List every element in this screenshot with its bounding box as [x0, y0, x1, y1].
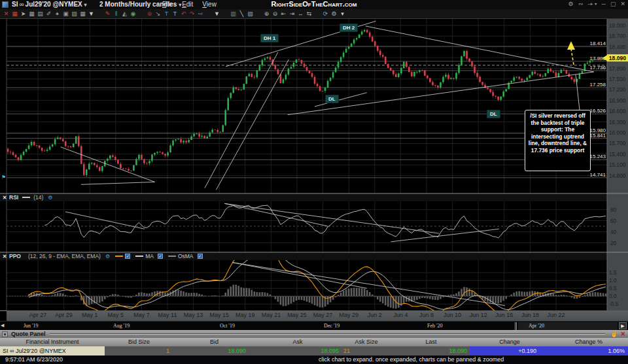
- legend-checkbox[interactable]: ✓: [198, 254, 203, 259]
- svg-text:18.414: 18.414: [590, 41, 606, 46]
- quote-col-bid-size[interactable]: Bid Size: [105, 338, 173, 346]
- alert-icon[interactable]: ☝: [610, 331, 618, 337]
- snap-grid-icon[interactable]: ▦: [10, 10, 19, 18]
- scroll-right-icon[interactable]: ▶: [619, 322, 627, 329]
- ppo-close-icon[interactable]: ✕: [0, 254, 9, 259]
- svg-text:15.243: 15.243: [590, 154, 606, 159]
- ppo-header: ✕ PPO (12, 26, 9 - EMA, EMA, EMA) ⚙ ✓MA✓…: [0, 252, 607, 260]
- legend-checkbox[interactable]: ✓: [125, 254, 130, 259]
- svg-text:⚑: ⚑: [1, 174, 6, 180]
- line-tool-icon[interactable]: ╲: [237, 10, 246, 18]
- quote-col-change[interactable]: Change: [470, 338, 550, 346]
- quote-col-financial-instrument[interactable]: Financial Instrument: [0, 338, 105, 346]
- chart-style-icon[interactable]: ‖: [112, 10, 120, 18]
- cursor-icon[interactable]: ➤: [19, 10, 27, 18]
- quote-panel-collapse-icon[interactable]: ▼: [2, 331, 8, 337]
- quote-last: 18.090: [392, 346, 470, 356]
- panels-icon[interactable]: ▦: [78, 10, 87, 18]
- image-icon[interactable]: ▨: [70, 10, 78, 18]
- rsi-line-swatch: [22, 197, 30, 198]
- compress-h-icon[interactable]: ⇆: [305, 10, 313, 18]
- menu-file[interactable]: File: [162, 1, 173, 8]
- refresh-icon[interactable]: ⟳: [321, 10, 330, 18]
- shift-right-icon[interactable]: ⇥: [288, 10, 296, 18]
- ppo-settings-icon[interactable]: ⚙: [105, 254, 110, 259]
- delete-drawing-icon[interactable]: ✕: [2, 10, 10, 18]
- annotation-pointer-icon[interactable]: ↘: [154, 10, 162, 18]
- quote-col-ask[interactable]: Ask: [255, 338, 340, 346]
- dl-label-3[interactable]: DL: [487, 110, 500, 118]
- ppo-param: (12, 26, 9 - EMA, EMA, EMA): [28, 253, 101, 259]
- svg-text:16.300: 16.300: [609, 119, 626, 125]
- date-tick: May 25: [287, 312, 307, 318]
- svg-text:18.090: 18.090: [609, 55, 627, 61]
- crosshair-icon[interactable]: ⊕: [145, 10, 154, 18]
- pin-icon[interactable]: -⌖ ▾: [587, 1, 597, 8]
- text-label-icon[interactable]: T: [171, 10, 179, 18]
- symbol-selector[interactable]: SI∞Jul29'20 @NYMEX ▾: [12, 1, 87, 8]
- dh-2-label-1[interactable]: DH 2: [340, 24, 358, 32]
- candles: [7, 29, 607, 177]
- draw-trendline-icon[interactable]: ✎: [103, 10, 112, 18]
- dl-label-2[interactable]: DL: [325, 95, 339, 103]
- annotation-callout[interactable]: /SI silver reversed off the backtest of …: [525, 110, 591, 171]
- timeline-scrollbar[interactable]: ◀ ▶ Jun '19Aug '19Oct '19Dec '19Feb '20A…: [0, 321, 628, 330]
- legend-checkbox[interactable]: ✓: [158, 254, 163, 259]
- panel-toggle-icon[interactable]: ▥: [229, 10, 237, 18]
- svg-text:15.100: 15.100: [609, 161, 626, 168]
- quote-col-change-%[interactable]: Change %: [550, 338, 628, 346]
- chart-region[interactable]: 19.00018.70018.40018.10017.80017.50017.2…: [0, 18, 628, 310]
- quote-col-last[interactable]: Last: [392, 338, 470, 346]
- stamp-icon[interactable]: ▤: [36, 10, 44, 18]
- menu-view[interactable]: View: [202, 1, 217, 8]
- rsi-header: ✕ RSI (14) ⚙: [0, 193, 607, 201]
- dropdown-icon-2[interactable]: ▼: [213, 10, 221, 18]
- svg-text:19.000: 19.000: [609, 22, 626, 29]
- wrench-icon[interactable]: ⚙: [330, 10, 338, 18]
- zoom-out-icon[interactable]: ⊖: [271, 10, 279, 18]
- quote-change: +0.190: [470, 346, 550, 356]
- grid-layout-icon[interactable]: ▦: [27, 10, 36, 18]
- svg-text:-0.5: -0.5: [609, 301, 619, 307]
- quote-row[interactable]: SI ∞ Jul29'20 @NYMEX118.09018.0952118.09…: [0, 346, 628, 356]
- quote-panel-close-icon[interactable]: ✕: [620, 331, 625, 337]
- minimize-icon[interactable]: ─: [602, 1, 606, 8]
- hatch-tool-icon[interactable]: ▧: [246, 10, 254, 18]
- rsi-settings-icon[interactable]: ⚙: [48, 195, 52, 201]
- close-icon[interactable]: ✕: [620, 1, 625, 8]
- arrow-tool-icon[interactable]: ⇨: [196, 10, 205, 18]
- zoom-in-icon[interactable]: ⊕: [262, 10, 271, 18]
- rsi-close-icon[interactable]: ✕: [0, 195, 9, 201]
- rsi-line: [44, 205, 606, 238]
- snapshot-icon[interactable]: ▣: [61, 10, 70, 18]
- indicator-icon[interactable]: ◉: [129, 10, 137, 18]
- area-chart-icon[interactable]: ◭: [120, 10, 129, 18]
- scroll-left-icon[interactable]: ◀: [1, 323, 4, 328]
- dropdown-icon[interactable]: ▼: [87, 10, 96, 18]
- quote-col-bid[interactable]: Bid: [173, 338, 255, 346]
- text-note-icon[interactable]: T: [162, 10, 171, 18]
- date-axis: Apr 27Apr 29May 1May 5May 7May 11May 13M…: [7, 310, 628, 321]
- divider: [50, 333, 606, 335]
- date-tick: Jun 12: [470, 312, 487, 318]
- quote-col-ask-size[interactable]: Ask Size: [340, 338, 392, 346]
- settings-gear-icon[interactable]: ⚙: [568, 1, 574, 8]
- menu-edit[interactable]: Edit: [182, 1, 193, 8]
- ppo-legend-item-osma: OsMA✓: [168, 253, 203, 259]
- rsi-title: RSI: [9, 194, 18, 201]
- ellipse-tool-icon[interactable]: ●: [53, 10, 61, 18]
- dh-1-label-0[interactable]: DH 1: [260, 34, 279, 42]
- link-icon[interactable]: ∾: [578, 1, 584, 8]
- status-bar: 9:57:01 AM 6/23/2020 click chart to expa…: [0, 356, 628, 364]
- quote-panel-header: ▼ Quote Panel ☝ ✕: [0, 330, 628, 338]
- undo-icon[interactable]: ↶: [179, 10, 188, 18]
- svg-text:15.700: 15.700: [609, 140, 626, 146]
- shift-left-icon[interactable]: ⇤: [279, 10, 288, 18]
- draw-pencil-circle-icon[interactable]: ✐: [44, 10, 53, 18]
- toolbar-dropdown-icon[interactable]: ▾: [338, 10, 347, 18]
- redo-icon[interactable]: ↷: [188, 10, 196, 18]
- quote-panel: ▼ Quote Panel ☝ ✕ Financial InstrumentBi…: [0, 330, 628, 356]
- maximize-icon[interactable]: ▢: [610, 1, 616, 8]
- svg-text:16.600: 16.600: [609, 108, 626, 114]
- expand-h-icon[interactable]: ↔: [296, 10, 305, 18]
